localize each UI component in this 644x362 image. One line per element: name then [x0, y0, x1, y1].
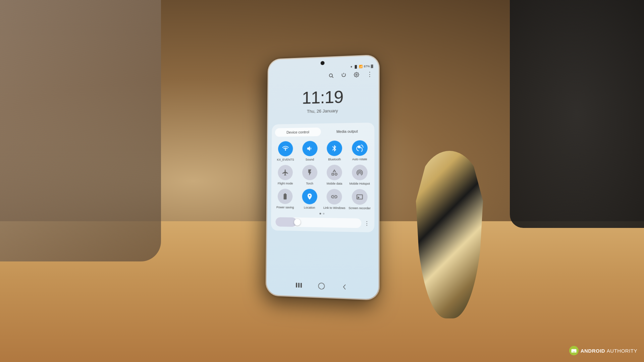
svg-line-1 [332, 76, 333, 78]
clock-time: 11:19 [268, 86, 379, 109]
hotspot-tile-label: Mobile Hotspot [350, 182, 370, 186]
tile-screenrecorder[interactable]: Screen recorder [348, 189, 371, 210]
torch-tile-label: Torch [306, 182, 313, 185]
scene: ✦ ▐▌ 📶 87% ▓ [0, 0, 644, 362]
screenrecorder-tile-label: Screen recorder [348, 206, 371, 210]
background-left [0, 0, 161, 261]
mobiledata-tile-label: Mobile data [327, 182, 342, 185]
svg-point-6 [318, 283, 324, 289]
tile-linktowindows[interactable]: Link to Windows [323, 189, 345, 210]
background-right [510, 0, 644, 228]
recents-button[interactable] [294, 280, 304, 290]
sound-tile-icon [302, 141, 317, 156]
sound-tile-label: Sound [306, 158, 314, 162]
settings-button[interactable] [353, 71, 360, 79]
tile-location[interactable]: Location [299, 189, 321, 209]
tile-mobiledata[interactable]: Mobile data [323, 165, 346, 185]
navigation-bar [266, 275, 378, 299]
linktowindows-tile-icon [327, 189, 342, 204]
tile-torch[interactable]: Torch [299, 165, 321, 185]
quick-tiles-grid: KX_EVENTS Sound [274, 140, 371, 210]
back-button[interactable] [340, 282, 350, 292]
time-section: 11:19 Thu, 26 January [268, 79, 378, 125]
tile-sound[interactable]: Sound [299, 141, 321, 162]
svg-rect-4 [298, 283, 300, 288]
dot-2 [323, 213, 324, 215]
watermark: ANDROID AUTHORITY [569, 346, 637, 355]
svg-rect-3 [296, 283, 297, 287]
tile-wifi[interactable]: KX_EVENTS [275, 141, 297, 162]
bluetooth-tile-icon [327, 140, 342, 156]
bluetooth-tile-label: Bluetooth [328, 158, 341, 161]
more-button[interactable]: ⋮ [366, 70, 373, 78]
phone-container: ✦ ▐▌ 📶 87% ▓ [265, 54, 379, 300]
autorotate-tile-label: Auto rotate [352, 158, 367, 161]
home-button[interactable] [317, 281, 326, 291]
linktowindows-tile-label: Link to Windows [323, 206, 345, 210]
location-tile-icon [302, 189, 317, 204]
dot-1 [319, 213, 321, 215]
svg-point-2 [356, 74, 357, 75]
brightness-row: ⋮ [274, 217, 371, 228]
torch-tile-icon [302, 165, 317, 180]
tab-device-control[interactable]: Device control [275, 127, 321, 137]
powersaving-tile-label: Power saving [276, 205, 294, 209]
hotspot-tile-icon [352, 165, 368, 180]
brightness-thumb [294, 219, 301, 226]
tile-hotspot[interactable]: Mobile Hotspot [348, 165, 371, 186]
wifi-icon: 📶 [359, 65, 363, 68]
mobiledata-tile-icon [327, 165, 342, 180]
panel-tabs: Device control Media output [275, 127, 371, 137]
signal-icon: ▐▌ [354, 65, 358, 68]
search-button[interactable] [327, 72, 335, 79]
phone: ✦ ▐▌ 📶 87% ▓ [265, 54, 379, 300]
autorotate-tile-icon [352, 140, 368, 156]
powersaving-tile-icon [278, 189, 293, 204]
tile-autorotate[interactable]: Auto rotate [348, 140, 371, 161]
phone-screen: ✦ ▐▌ 📶 87% ▓ [266, 56, 378, 300]
watermark-icon [569, 346, 579, 355]
clock-date: Thu, 26 January [268, 107, 379, 115]
brightness-slider[interactable] [275, 217, 361, 228]
svg-rect-5 [301, 283, 302, 288]
svg-point-0 [329, 74, 332, 77]
flightmode-tile-icon [278, 165, 293, 180]
power-button[interactable] [340, 71, 347, 79]
decorative-vase [416, 151, 483, 318]
wifi-tile-icon [278, 141, 293, 157]
flightmode-tile-label: Flight mode [278, 182, 293, 185]
watermark-label: ANDROID AUTHORITY [581, 348, 637, 354]
tab-media-output[interactable]: Media output [324, 127, 371, 136]
brightness-more[interactable]: ⋮ [364, 220, 369, 227]
page-dots [274, 212, 371, 215]
tile-flightmode[interactable]: Flight mode [275, 165, 297, 185]
status-icons: ✦ ▐▌ 📶 87% ▓ [350, 64, 373, 69]
tile-bluetooth[interactable]: Bluetooth [323, 140, 346, 161]
tile-powersaving[interactable]: Power saving [274, 189, 296, 209]
wifi-tile-label: KX_EVENTS [277, 158, 294, 162]
bluetooth-icon: ✦ [350, 65, 353, 68]
battery-percent: 87% [364, 65, 370, 68]
battery-icon: ▓ [371, 64, 373, 68]
screenrecorder-tile-icon [352, 189, 368, 205]
quick-settings-panel: Device control Media output KX [271, 123, 375, 233]
brightness-fill [275, 217, 297, 227]
location-tile-label: Location [304, 206, 315, 209]
